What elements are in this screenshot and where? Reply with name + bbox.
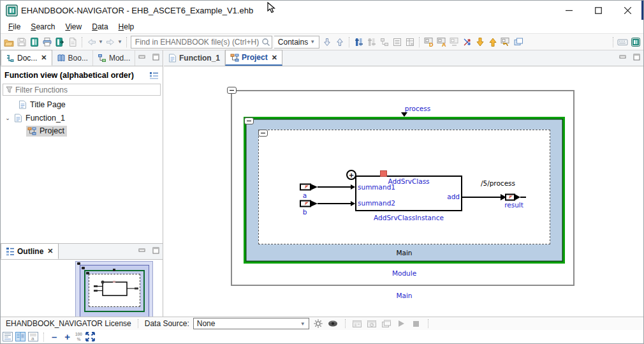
open-ehb-button[interactable]	[29, 36, 40, 47]
collapse-inner-main-button[interactable]	[258, 130, 268, 137]
zoom-100-button[interactable]: 100%	[75, 332, 82, 341]
tab-book-view[interactable]: Boo...	[52, 50, 93, 66]
toolbar-separator	[126, 37, 127, 47]
print-button[interactable]	[41, 36, 52, 47]
editor-area: Function_1 Project ✕ process	[164, 50, 643, 317]
zoom-out-button[interactable]: –	[49, 332, 59, 341]
tab-function-1[interactable]: Function_1	[164, 50, 225, 66]
show-defaults-button[interactable]: D	[423, 36, 434, 47]
data-source-combo[interactable]: None ▼	[193, 318, 309, 329]
tab-model-view[interactable]: Mod...	[93, 50, 135, 66]
tree-item-project[interactable]: Project	[1, 124, 163, 138]
experiment-window-button[interactable]	[381, 318, 392, 329]
input-connector-a[interactable]	[300, 183, 319, 191]
sliders-gray-button[interactable]	[366, 36, 377, 47]
find-next-button[interactable]	[321, 36, 332, 47]
tab-label: Mod...	[109, 54, 130, 63]
tree-item-title-page[interactable]: Title Page	[1, 98, 163, 111]
hierarchy-gray-button[interactable]	[379, 36, 390, 47]
contains-dropdown[interactable]: Contains▼	[274, 36, 319, 49]
gold-up-arrow-icon	[488, 37, 498, 47]
menu-data[interactable]: Data	[87, 21, 113, 33]
outline-thumbnail[interactable]	[1, 260, 163, 318]
find-search-input[interactable]	[135, 38, 261, 47]
minimize-button[interactable]	[554, 1, 583, 20]
close-button[interactable]	[613, 1, 642, 20]
tab-outline[interactable]: Outline ✕	[1, 243, 59, 259]
navigate-back-button[interactable]	[86, 36, 97, 47]
back-to-diagram-button[interactable]	[500, 36, 511, 47]
collapse-module-button[interactable]	[244, 117, 254, 124]
diagram-canvas[interactable]: process + AddSrvClass summand1 summand2 …	[164, 66, 643, 317]
menu-search[interactable]: Search	[26, 21, 60, 33]
start-measurement-button[interactable]	[396, 318, 407, 329]
table-view-button[interactable]	[404, 36, 415, 47]
maximize-view-button[interactable]	[151, 246, 160, 254]
filter-functions-input[interactable]	[15, 86, 157, 94]
calibration-window-button[interactable]	[352, 318, 363, 329]
tab-label: Outline	[17, 247, 43, 256]
outer-main-label: Main	[379, 292, 430, 299]
minimize-view-button[interactable]	[137, 53, 146, 61]
go-down-button[interactable]	[474, 36, 485, 47]
diagram-gray-button[interactable]	[449, 36, 460, 47]
export-button[interactable]	[54, 36, 65, 47]
open-file-button[interactable]	[3, 36, 14, 47]
pdf-export-button[interactable]	[67, 36, 78, 47]
measurement-window-button[interactable]	[367, 318, 377, 329]
menu-file[interactable]: File	[3, 21, 26, 33]
outline-port-dot	[113, 269, 115, 271]
menu-view-rest: iew	[70, 22, 82, 31]
maximize-view-button[interactable]	[151, 53, 160, 61]
find-prev-button[interactable]	[334, 36, 345, 47]
window-border-accent	[641, 1, 643, 20]
input-connector-b[interactable]	[300, 199, 319, 208]
open-new-view-button[interactable]	[513, 36, 523, 47]
tab-document-view[interactable]: Doc... ✕	[1, 50, 52, 66]
stop-measurement-button[interactable]	[411, 318, 421, 329]
data-source-settings-button[interactable]	[313, 318, 324, 329]
cross-probe-button[interactable]	[462, 36, 472, 47]
keyboard-shortcuts-button[interactable]	[617, 36, 628, 47]
manage-breakpoints-button[interactable]	[353, 36, 364, 47]
back-history-dropdown[interactable]: ▼	[98, 39, 103, 45]
output-connector-result[interactable]	[501, 193, 526, 202]
list-view-button[interactable]	[392, 36, 402, 47]
maximize-editor-button[interactable]	[632, 53, 641, 61]
minimize-view-button[interactable]	[137, 246, 146, 254]
show-annotations-button[interactable]: A	[436, 36, 447, 47]
chevron-expanded-icon[interactable]: ⌄	[4, 115, 11, 121]
chevron-down-icon: ▼	[300, 321, 305, 327]
text-page-view-button[interactable]: a	[28, 332, 38, 341]
menu-view[interactable]: View	[60, 21, 87, 33]
document-icon	[18, 100, 27, 109]
zoom-in-button[interactable]: +	[62, 332, 73, 341]
gear-icon	[314, 319, 323, 328]
tree-item-label: Project	[40, 126, 64, 135]
close-icon[interactable]: ✕	[272, 54, 277, 62]
toolbar-separator	[349, 37, 349, 47]
forward-history-dropdown[interactable]: ▼	[117, 39, 122, 45]
split-page-view-button[interactable]	[15, 332, 26, 341]
collapse-main-frame-button[interactable]	[227, 87, 237, 94]
close-icon[interactable]: ✕	[41, 54, 47, 62]
tab-project[interactable]: Project ✕	[225, 50, 282, 66]
expand-block-button[interactable]: +	[346, 170, 356, 180]
tree-item-function-1[interactable]: ⌄ Function_1	[1, 111, 163, 124]
ehb-info-button[interactable]	[630, 36, 641, 47]
menu-help[interactable]: Help	[113, 21, 140, 33]
status-separator	[138, 319, 138, 328]
zoom-100-bottom: %	[77, 337, 81, 341]
minimize-editor-button[interactable]	[618, 53, 627, 61]
close-icon[interactable]: ✕	[47, 247, 53, 255]
go-up-button[interactable]	[487, 36, 498, 47]
experiment-window-icon	[381, 319, 392, 329]
save-button[interactable]	[16, 36, 27, 47]
view-menu-icon[interactable]	[149, 71, 159, 80]
maximize-button[interactable]	[583, 1, 613, 20]
visibility-button[interactable]	[328, 318, 339, 329]
fit-to-view-button[interactable]	[85, 331, 96, 342]
single-page-view-button[interactable]	[3, 332, 13, 341]
maximize-icon	[633, 54, 640, 61]
navigate-forward-button[interactable]	[105, 36, 116, 47]
